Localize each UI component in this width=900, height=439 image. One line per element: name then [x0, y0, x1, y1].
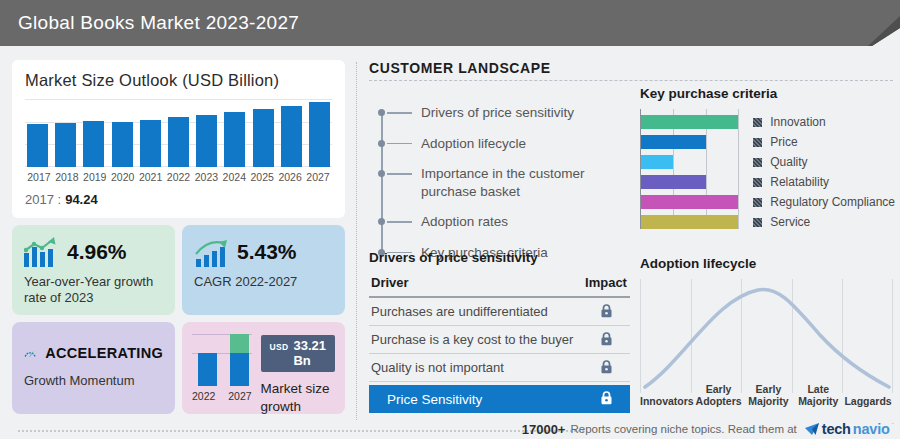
badge-currency: USD — [270, 342, 289, 352]
legend-marker — [753, 178, 762, 187]
lock-cell — [582, 303, 630, 321]
cagr-box: 5.43% CAGR 2022-2027 — [182, 225, 345, 315]
bar-2022 — [198, 353, 217, 386]
lock-icon — [600, 303, 613, 321]
legend-item-3: Quality — [753, 152, 895, 172]
adoption-lifecycle-title: Adoption lifecycle — [640, 256, 893, 271]
growth-desc: Market size growth — [261, 380, 335, 415]
badge-value: 33.21 Bn — [293, 338, 326, 368]
price-sensitivity-row: Price Sensitivity — [369, 385, 630, 413]
title-bar: Global Books Market 2023-2027 — [0, 0, 900, 46]
market-bar-2025 — [253, 109, 274, 167]
legend-label: Innovation — [770, 115, 825, 129]
market-bar-2018 — [55, 123, 76, 167]
mini-label-start: 2022 — [192, 390, 215, 402]
ribbon-fold-decoration — [840, 0, 900, 46]
legend-label: Price — [770, 135, 797, 149]
momentum-desc: Growth Momentum — [24, 373, 163, 389]
x-label-2027: 2027 — [304, 171, 332, 183]
speedometer-icon — [24, 340, 36, 366]
base-year-label: 2017 : — [25, 192, 61, 207]
market-bar-2026 — [281, 106, 302, 167]
base-year-value: 94.24 — [65, 192, 98, 207]
stage-label-text: Laggards — [844, 395, 891, 407]
market-bar-2017 — [27, 124, 48, 167]
kpc-bar-innovation — [641, 115, 738, 130]
key-purchase-title: Key purchase criteria — [640, 86, 895, 101]
yoy-value: 4.96% — [67, 240, 127, 264]
price-sensitivity-label: Price Sensitivity — [387, 392, 482, 407]
footer-dotted-line — [18, 430, 584, 432]
stage-label-text: EarlyAdopters — [696, 383, 742, 407]
market-bar-2022 — [168, 117, 189, 167]
yoy-growth-box: 4.96% Year-over-Year growth rate of 2023 — [12, 225, 175, 315]
stage-label-3: EarlyMajority — [744, 383, 794, 407]
driver-label: Purchase is a key cost to the buyer — [371, 332, 573, 347]
driver-label: Quality is not important — [371, 360, 504, 375]
report-count: 17000+ — [522, 422, 566, 437]
market-size-title: Market Size Outlook (USD Billion) — [25, 71, 332, 90]
mini-label-end: 2027 — [228, 390, 251, 402]
landscape-item-2: Adoption lifecycle — [381, 135, 630, 153]
logo-text-primary: tech — [822, 421, 851, 437]
legend-marker — [753, 158, 762, 167]
driver-row-2: Purchase is a key cost to the buyer — [369, 326, 630, 354]
growth-mini-chart: 2022 2027 — [192, 331, 252, 405]
stage-label-5: Laggards — [843, 383, 893, 407]
market-bar-2019 — [83, 121, 104, 167]
landscape-item-1: Drivers of price sensitivity — [381, 104, 630, 122]
legend-label: Relatability — [770, 175, 829, 189]
kpc-bars — [641, 115, 738, 230]
stat-boxes: 4.96% Year-over-Year growth rate of 2023… — [12, 225, 345, 414]
col-driver: Driver — [371, 275, 409, 290]
x-label-2019: 2019 — [81, 171, 109, 183]
driver-row-1: Purchases are undifferentiated — [369, 298, 630, 326]
landscape-item-3: Importance in the customer purchase bask… — [381, 165, 630, 200]
infographic-root: Global Books Market 2023-2027 Market Siz… — [0, 0, 900, 439]
lifecycle-stage-labels: InnovatorsEarlyAdoptersEarlyMajorityLate… — [640, 383, 893, 407]
stage-label-text: Innovators — [640, 395, 694, 407]
driver-row-3: Quality is not important — [369, 354, 630, 382]
kpc-bar-quality — [641, 155, 673, 170]
x-label-2021: 2021 — [137, 171, 165, 183]
cagr-value: 5.43% — [237, 240, 297, 264]
x-label-2024: 2024 — [220, 171, 248, 183]
legend-label: Quality — [770, 155, 807, 169]
stage-label-text: EarlyMajority — [748, 383, 788, 407]
x-label-2018: 2018 — [53, 171, 81, 183]
legend-marker — [753, 198, 762, 207]
yoy-desc: Year-over-Year growth rate of 2023 — [24, 274, 163, 307]
customer-landscape-section: CUSTOMER LANDSCAPE Drivers of price sens… — [369, 60, 630, 274]
vertical-dotted-divider — [356, 62, 357, 420]
kpc-bar-service — [641, 215, 738, 230]
customer-landscape-title: CUSTOMER LANDSCAPE — [369, 60, 630, 76]
key-purchase-chart — [640, 109, 738, 229]
bar-chart-trend-icon — [24, 237, 58, 267]
market-size-card: Market Size Outlook (USD Billion) 201720… — [12, 60, 345, 218]
legend-item-5: Regulatory Compliance — [753, 192, 895, 212]
drivers-title: Drivers of price sensitivity — [369, 250, 630, 265]
stage-label-2: EarlyAdopters — [694, 383, 744, 407]
market-bars — [25, 99, 332, 167]
driver-rows: Purchases are undifferentiatedPurchase i… — [369, 298, 630, 382]
kpc-bar-relatability — [641, 175, 706, 190]
page-title: Global Books Market 2023-2027 — [18, 0, 299, 46]
kpc-bar-price — [641, 135, 706, 150]
base-year-row: 2017 :94.24 — [25, 192, 332, 207]
market-size-chart — [25, 99, 332, 167]
stage-label-4: LateMajority — [793, 383, 843, 407]
cagr-desc: CAGR 2022-2027 — [194, 274, 333, 290]
technavio-logo: technavio ´ — [805, 421, 894, 437]
legend-marker — [753, 138, 762, 147]
key-purchase-criteria-section: Key purchase criteria InnovationPriceQua… — [640, 86, 895, 232]
driver-label: Purchases are undifferentiated — [371, 304, 548, 319]
kpc-bar-regulatory-compliance — [641, 195, 738, 210]
footer-text: Reports covering niche topics. Read them… — [570, 423, 796, 435]
logo-text-secondary: navio — [853, 421, 890, 437]
lock-icon — [600, 359, 613, 377]
legend-label: Service — [770, 215, 810, 229]
legend-item-4: Relatability — [753, 172, 895, 192]
market-bar-2027 — [309, 102, 330, 167]
lock-icon — [600, 331, 613, 349]
legend-item-2: Price — [753, 132, 895, 152]
